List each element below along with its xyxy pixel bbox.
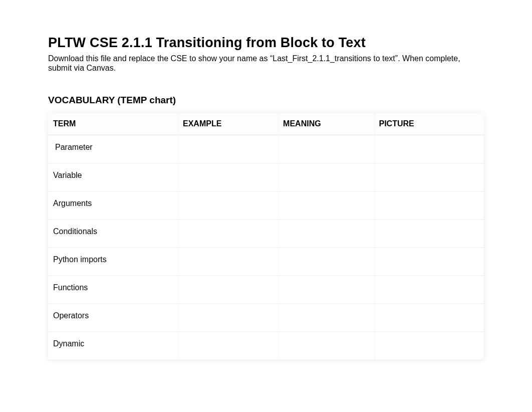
cell-term: Parameter xyxy=(48,135,179,163)
cell-picture xyxy=(375,248,484,276)
column-header-meaning: MEANING xyxy=(279,113,375,135)
page-title: PLTW CSE 2.1.1 Transitioning from Block … xyxy=(48,35,484,51)
table-row: Python imports xyxy=(48,248,484,276)
table-row: Conditionals xyxy=(48,220,484,248)
cell-meaning xyxy=(279,220,375,248)
cell-example xyxy=(179,191,279,220)
cell-picture xyxy=(375,332,484,360)
column-header-example: EXAMPLE xyxy=(179,113,279,135)
cell-term: Dynamic xyxy=(48,332,179,360)
cell-picture xyxy=(375,220,484,248)
table-row: Operators xyxy=(48,304,484,332)
cell-term: Variable xyxy=(48,163,179,191)
table-header-row: TERM EXAMPLE MEANING PICTURE xyxy=(48,113,484,135)
cell-picture xyxy=(375,135,484,163)
cell-example xyxy=(179,163,279,191)
cell-meaning xyxy=(279,332,375,360)
vocabulary-table: TERM EXAMPLE MEANING PICTURE Parameter V… xyxy=(48,113,484,360)
cell-meaning xyxy=(279,304,375,332)
cell-example xyxy=(179,332,279,360)
cell-term: Arguments xyxy=(48,191,179,220)
cell-example xyxy=(179,304,279,332)
cell-picture xyxy=(375,304,484,332)
cell-example xyxy=(179,248,279,276)
cell-example xyxy=(179,276,279,304)
section-heading: VOCABULARY (TEMP chart) xyxy=(48,95,484,106)
cell-meaning xyxy=(279,135,375,163)
column-header-term: TERM xyxy=(48,113,179,135)
cell-term: Functions xyxy=(48,276,179,304)
table-row: Functions xyxy=(48,276,484,304)
table-row: Dynamic xyxy=(48,332,484,360)
table-row: Parameter xyxy=(48,135,484,163)
table-row: Arguments xyxy=(48,191,484,220)
column-header-picture: PICTURE xyxy=(375,113,484,135)
cell-meaning xyxy=(279,276,375,304)
cell-meaning xyxy=(279,191,375,220)
cell-example xyxy=(179,135,279,163)
cell-picture xyxy=(375,163,484,191)
cell-term: Conditionals xyxy=(48,220,179,248)
cell-meaning xyxy=(279,248,375,276)
table-row: Variable xyxy=(48,163,484,191)
cell-picture xyxy=(375,276,484,304)
cell-meaning xyxy=(279,163,375,191)
cell-term: Python imports xyxy=(48,248,179,276)
cell-term: Operators xyxy=(48,304,179,332)
instructions-text: Download this file and replace the CSE t… xyxy=(48,54,484,73)
cell-example xyxy=(179,220,279,248)
cell-picture xyxy=(375,191,484,220)
